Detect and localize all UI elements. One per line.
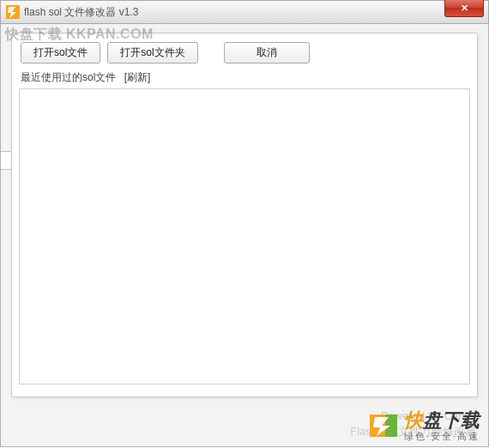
brand-highlight: 快 (404, 410, 423, 431)
window-title: flash sol 文件修改器 v1.3 (24, 5, 138, 20)
brand-logo-icon (368, 410, 399, 441)
footer-brand: 快 盘下载 绿色·安全·高速 (368, 410, 480, 441)
refresh-link[interactable]: [刷新] (124, 71, 151, 83)
recent-files-header: 最近使用过的sol文件 [刷新] (12, 69, 477, 88)
brand-title: 快 盘下载 (404, 410, 480, 431)
brand-text: 快 盘下载 绿色·安全·高速 (404, 410, 480, 440)
brand-subtitle: 绿色·安全·高速 (404, 431, 480, 441)
recent-files-label: 最近使用过的sol文件 (21, 71, 116, 83)
window-body: 打开sol文件 打开sol文件夹 取消 最近使用过的sol文件 [刷新] Pow… (0, 24, 489, 447)
close-button[interactable]: ✕ (444, 0, 484, 17)
open-sol-folder-button[interactable]: 打开sol文件夹 (107, 42, 197, 64)
close-icon: ✕ (461, 3, 468, 14)
brand-rest: 盘下载 (423, 410, 480, 431)
main-panel: 打开sol文件 打开sol文件夹 取消 最近使用过的sol文件 [刷新] (11, 33, 478, 397)
app-icon (6, 5, 20, 19)
open-sol-file-button[interactable]: 打开sol文件 (21, 42, 100, 64)
recent-files-list[interactable] (19, 88, 470, 384)
cancel-button[interactable]: 取消 (224, 42, 310, 64)
titlebar: flash sol 文件修改器 v1.3 ✕ (0, 0, 489, 24)
toolbar: 打开sol文件 打开sol文件夹 取消 (12, 33, 477, 69)
